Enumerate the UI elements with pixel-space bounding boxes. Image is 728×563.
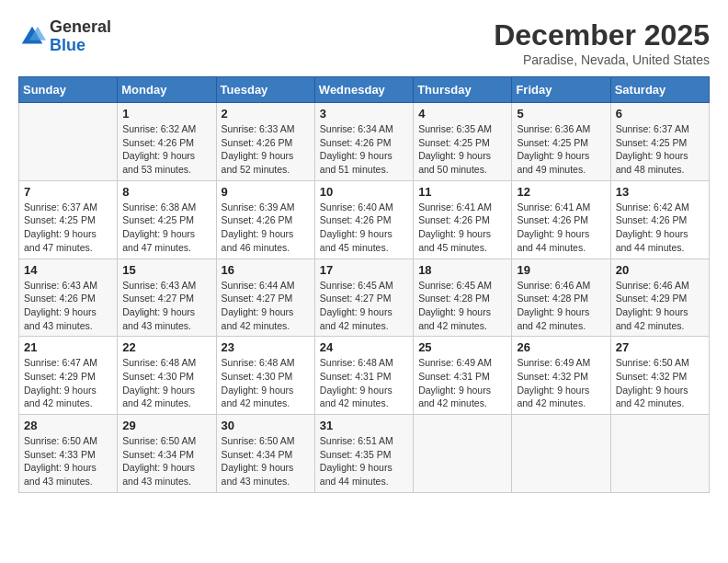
day-info: Sunrise: 6:37 AMSunset: 4:25 PMDaylight:… <box>24 201 112 255</box>
calendar-cell: 30Sunrise: 6:50 AMSunset: 4:34 PMDayligh… <box>216 415 314 493</box>
day-number: 1 <box>122 107 210 121</box>
calendar-cell: 25Sunrise: 6:49 AMSunset: 4:31 PMDayligh… <box>414 337 512 415</box>
day-number: 6 <box>616 107 704 121</box>
week-row-2: 7Sunrise: 6:37 AMSunset: 4:25 PMDaylight… <box>19 180 710 259</box>
day-number: 14 <box>24 263 112 277</box>
calendar-cell <box>414 415 512 493</box>
calendar-cell: 20Sunrise: 6:46 AMSunset: 4:29 PMDayligh… <box>610 259 709 337</box>
day-info: Sunrise: 6:50 AMSunset: 4:32 PMDaylight:… <box>616 356 704 410</box>
calendar-cell: 12Sunrise: 6:41 AMSunset: 4:26 PMDayligh… <box>512 180 610 259</box>
day-number: 10 <box>320 185 408 199</box>
header-thursday: Thursday <box>414 77 512 103</box>
day-number: 12 <box>517 185 605 199</box>
day-info: Sunrise: 6:45 AMSunset: 4:28 PMDaylight:… <box>418 279 506 333</box>
day-number: 13 <box>616 185 704 199</box>
calendar-cell: 11Sunrise: 6:41 AMSunset: 4:26 PMDayligh… <box>414 180 512 259</box>
day-info: Sunrise: 6:41 AMSunset: 4:26 PMDaylight:… <box>517 201 605 255</box>
day-info: Sunrise: 6:51 AMSunset: 4:35 PMDaylight:… <box>320 434 408 488</box>
week-row-3: 14Sunrise: 6:43 AMSunset: 4:26 PMDayligh… <box>19 259 710 337</box>
calendar-cell: 22Sunrise: 6:48 AMSunset: 4:30 PMDayligh… <box>118 337 216 415</box>
week-row-4: 21Sunrise: 6:47 AMSunset: 4:29 PMDayligh… <box>19 337 710 415</box>
calendar-cell: 26Sunrise: 6:49 AMSunset: 4:32 PMDayligh… <box>512 337 610 415</box>
header-sunday: Sunday <box>19 77 118 103</box>
calendar-table: SundayMondayTuesdayWednesdayThursdayFrid… <box>18 76 710 493</box>
day-info: Sunrise: 6:35 AMSunset: 4:25 PMDaylight:… <box>418 122 506 177</box>
day-info: Sunrise: 6:44 AMSunset: 4:27 PMDaylight:… <box>222 279 310 333</box>
calendar-cell: 16Sunrise: 6:44 AMSunset: 4:27 PMDayligh… <box>216 259 314 337</box>
day-info: Sunrise: 6:43 AMSunset: 4:27 PMDaylight:… <box>122 279 210 333</box>
header-saturday: Saturday <box>610 77 709 103</box>
logo-icon <box>18 23 46 51</box>
day-number: 21 <box>24 340 112 354</box>
day-info: Sunrise: 6:33 AMSunset: 4:26 PMDaylight:… <box>222 122 310 177</box>
day-number: 3 <box>320 107 408 121</box>
day-number: 30 <box>222 419 310 432</box>
header-tuesday: Tuesday <box>216 77 314 103</box>
calendar-cell: 15Sunrise: 6:43 AMSunset: 4:27 PMDayligh… <box>118 259 216 337</box>
logo: General Blue <box>18 18 111 55</box>
calendar-cell: 24Sunrise: 6:48 AMSunset: 4:31 PMDayligh… <box>314 337 413 415</box>
day-number: 15 <box>122 263 210 277</box>
day-number: 16 <box>222 263 310 277</box>
calendar-cell: 10Sunrise: 6:40 AMSunset: 4:26 PMDayligh… <box>314 180 413 259</box>
day-info: Sunrise: 6:45 AMSunset: 4:27 PMDaylight:… <box>320 279 408 333</box>
calendar-cell: 5Sunrise: 6:36 AMSunset: 4:25 PMDaylight… <box>512 103 610 181</box>
day-info: Sunrise: 6:32 AMSunset: 4:26 PMDaylight:… <box>122 122 210 177</box>
calendar-cell: 4Sunrise: 6:35 AMSunset: 4:25 PMDaylight… <box>414 103 512 181</box>
calendar-cell: 19Sunrise: 6:46 AMSunset: 4:28 PMDayligh… <box>512 259 610 337</box>
day-number: 29 <box>122 419 210 432</box>
day-number: 27 <box>616 340 704 354</box>
day-info: Sunrise: 6:46 AMSunset: 4:29 PMDaylight:… <box>616 279 704 333</box>
calendar-cell: 21Sunrise: 6:47 AMSunset: 4:29 PMDayligh… <box>19 337 118 415</box>
day-number: 20 <box>616 263 704 277</box>
header-monday: Monday <box>118 77 216 103</box>
day-info: Sunrise: 6:50 AMSunset: 4:34 PMDaylight:… <box>122 434 210 488</box>
day-info: Sunrise: 6:34 AMSunset: 4:26 PMDaylight:… <box>320 122 408 177</box>
day-number: 31 <box>320 419 408 432</box>
calendar-cell: 7Sunrise: 6:37 AMSunset: 4:25 PMDaylight… <box>19 180 118 259</box>
calendar-cell: 31Sunrise: 6:51 AMSunset: 4:35 PMDayligh… <box>314 415 413 493</box>
day-info: Sunrise: 6:49 AMSunset: 4:32 PMDaylight:… <box>517 356 605 410</box>
day-info: Sunrise: 6:40 AMSunset: 4:26 PMDaylight:… <box>320 201 408 255</box>
day-number: 18 <box>418 263 506 277</box>
day-info: Sunrise: 6:48 AMSunset: 4:30 PMDaylight:… <box>222 356 310 410</box>
day-info: Sunrise: 6:48 AMSunset: 4:31 PMDaylight:… <box>320 356 408 410</box>
calendar-cell: 3Sunrise: 6:34 AMSunset: 4:26 PMDaylight… <box>314 103 413 181</box>
page-header: General Blue December 2025 Paradise, Nev… <box>18 18 710 67</box>
day-info: Sunrise: 6:46 AMSunset: 4:28 PMDaylight:… <box>517 279 605 333</box>
calendar-cell: 27Sunrise: 6:50 AMSunset: 4:32 PMDayligh… <box>610 337 709 415</box>
logo-blue: Blue <box>50 37 111 55</box>
calendar-cell: 6Sunrise: 6:37 AMSunset: 4:25 PMDaylight… <box>610 103 709 181</box>
day-info: Sunrise: 6:37 AMSunset: 4:25 PMDaylight:… <box>616 122 704 177</box>
logo-general: General <box>50 18 111 37</box>
title-block: December 2025 Paradise, Nevada, United S… <box>494 18 710 67</box>
week-row-5: 28Sunrise: 6:50 AMSunset: 4:33 PMDayligh… <box>19 415 710 493</box>
calendar-cell: 23Sunrise: 6:48 AMSunset: 4:30 PMDayligh… <box>216 337 314 415</box>
header-friday: Friday <box>512 77 610 103</box>
day-number: 19 <box>517 263 605 277</box>
day-info: Sunrise: 6:48 AMSunset: 4:30 PMDaylight:… <box>122 356 210 410</box>
day-info: Sunrise: 6:42 AMSunset: 4:26 PMDaylight:… <box>616 201 704 255</box>
day-number: 5 <box>517 107 605 121</box>
day-info: Sunrise: 6:50 AMSunset: 4:33 PMDaylight:… <box>24 434 112 488</box>
calendar-cell <box>19 103 118 181</box>
day-number: 2 <box>222 107 310 121</box>
day-number: 7 <box>24 185 112 199</box>
calendar-body: 1Sunrise: 6:32 AMSunset: 4:26 PMDaylight… <box>19 103 710 493</box>
calendar-cell: 9Sunrise: 6:39 AMSunset: 4:26 PMDaylight… <box>216 180 314 259</box>
day-number: 9 <box>222 185 310 199</box>
calendar-cell: 28Sunrise: 6:50 AMSunset: 4:33 PMDayligh… <box>19 415 118 493</box>
calendar-cell: 17Sunrise: 6:45 AMSunset: 4:27 PMDayligh… <box>314 259 413 337</box>
calendar-cell: 13Sunrise: 6:42 AMSunset: 4:26 PMDayligh… <box>610 180 709 259</box>
calendar-header: SundayMondayTuesdayWednesdayThursdayFrid… <box>19 77 710 103</box>
calendar-cell: 14Sunrise: 6:43 AMSunset: 4:26 PMDayligh… <box>19 259 118 337</box>
day-number: 4 <box>418 107 506 121</box>
calendar-cell <box>512 415 610 493</box>
calendar-cell: 8Sunrise: 6:38 AMSunset: 4:25 PMDaylight… <box>118 180 216 259</box>
day-number: 28 <box>24 419 112 432</box>
day-info: Sunrise: 6:36 AMSunset: 4:25 PMDaylight:… <box>517 122 605 177</box>
day-number: 22 <box>122 340 210 354</box>
week-row-1: 1Sunrise: 6:32 AMSunset: 4:26 PMDaylight… <box>19 103 710 181</box>
subtitle: Paradise, Nevada, United States <box>494 52 710 67</box>
day-info: Sunrise: 6:39 AMSunset: 4:26 PMDaylight:… <box>222 201 310 255</box>
